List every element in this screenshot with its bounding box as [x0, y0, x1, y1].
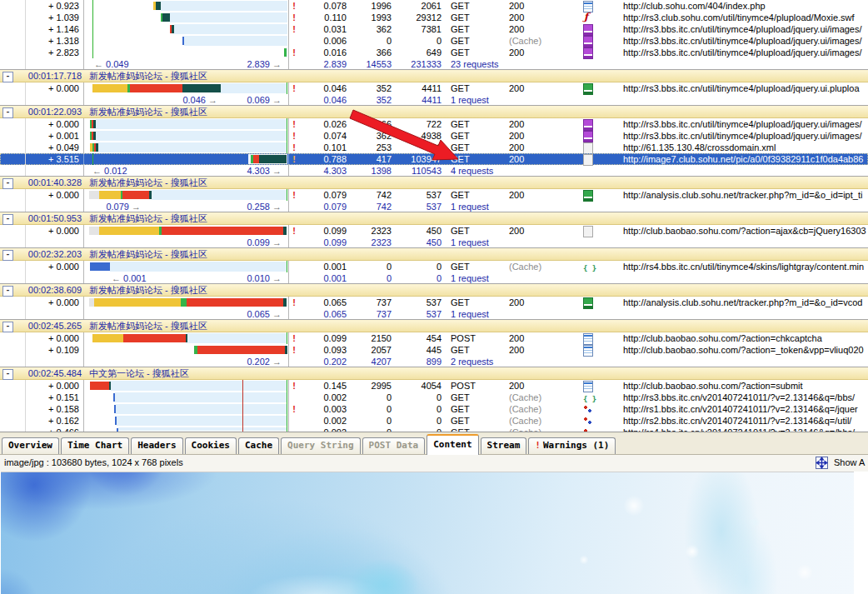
request-row[interactable]: + 3.515!0.788417103947GET200http://image…	[0, 153, 868, 165]
total-time: 0.001	[297, 272, 347, 284]
request-row[interactable]: + 0.000!0.0992323450GET200http://club.ba…	[0, 225, 868, 237]
http-result: 200	[509, 0, 580, 12]
request-row[interactable]: + 1.146!0.0313627381GET200http://rs3.bbs…	[0, 23, 868, 35]
page-event-line	[287, 261, 287, 272]
img-green-icon	[583, 297, 593, 309]
content-info-bar: image/jpg : 103680 bytes, 1024 x 768 pix…	[0, 455, 868, 472]
group-header-row[interactable]: -00:02:45.265新发帖准妈妈论坛 - 搜狐社区	[0, 320, 868, 332]
request-url[interactable]: http://rs2.bbs.itc.cn/v201407241011/?v=2…	[623, 415, 868, 427]
request-url[interactable]: http://rs3.club.sohu.com/util/tinymce4/p…	[623, 12, 868, 23]
tab-content[interactable]: Content	[427, 434, 478, 455]
request-url[interactable]: http://club.baobao.sohu.com/?action=ajax…	[623, 225, 868, 237]
request-url[interactable]: http://image7.club.sohu.net/pic/a0/0f393…	[623, 153, 868, 165]
group-header-row[interactable]: -00:02:45.484中文第一论坛 - 搜狐社区	[0, 367, 868, 380]
total-time: 0.079	[297, 201, 347, 212]
group-start-time: 00:01:17.718	[0, 70, 82, 82]
request-row[interactable]: + 0.000!0.0992150454POST200http://club.b…	[0, 332, 868, 344]
sent-bytes: 352	[348, 82, 392, 94]
request-row[interactable]: + 1.039!0.110199329312GET200http://rs3.c…	[0, 12, 868, 23]
timing-bar-segment	[90, 262, 110, 271]
tab-post-data[interactable]: POST Data	[362, 437, 426, 454]
show-all-button[interactable]: Show A	[834, 457, 865, 467]
time-value: 0.016	[297, 47, 347, 58]
group-header-row[interactable]: -00:01:40.328新发帖准妈妈论坛 - 搜狐社区	[0, 177, 868, 189]
tab-time-chart[interactable]: Time Chart	[61, 437, 129, 454]
group-header-row[interactable]: -00:02:38.609新发帖准妈妈论坛 - 搜狐社区	[0, 284, 868, 297]
timing-bar-segment	[93, 120, 96, 128]
request-url[interactable]: http://rs3.bbs.itc.cn/v201407241011/?v=2…	[623, 392, 868, 403]
time-offset: + 0.000	[0, 225, 79, 237]
request-url[interactable]: http://rs3.bbs.itc.cn/util/tinymce4/plup…	[623, 130, 868, 142]
http-method: GET	[451, 142, 505, 153]
total-received: 899	[393, 356, 441, 367]
request-url[interactable]: http://rs3.bbs.itc.cn/util/tinymce4/plup…	[623, 23, 868, 35]
tab-query-string[interactable]: Query String	[281, 437, 360, 454]
request-row[interactable]: + 0.1510.00200GET(Cache)http://rs3.bbs.i…	[0, 392, 868, 403]
request-row[interactable]: + 0.000!0.079742537GET200http://analysis…	[0, 189, 868, 201]
time-offset: + 0.000	[0, 118, 79, 130]
request-url[interactable]: http://rs3.bbs.itc.cn/util/tinymce4/plup…	[623, 118, 868, 130]
tab-stream[interactable]: Stream	[481, 437, 527, 454]
summary-row: 0.046 →0.069 →0.04635244111 request	[0, 94, 868, 106]
total-received: 0	[393, 272, 441, 284]
summary-row: ← 0.0010.010 →0.001001 request	[0, 272, 868, 284]
group-start-time: 00:02:45.484	[0, 367, 82, 380]
request-row[interactable]: + 0.109!0.0932057445GET200http://club.ba…	[0, 344, 868, 356]
page-gray-icon	[583, 142, 593, 154]
request-row[interactable]: + 0.923!0.07819962061GET200http://club.s…	[0, 0, 868, 12]
tab-overview[interactable]: Overview	[2, 437, 59, 454]
time-value: 0.001	[297, 261, 347, 272]
total-received: 4411	[393, 94, 441, 106]
request-url[interactable]: http://rs1.bbs.itc.cn/v201407241011/?v=2…	[623, 403, 868, 415]
request-url[interactable]: http://61.135.130.48/crossdomain.xml	[623, 142, 868, 153]
tab-headers[interactable]: Headers	[131, 437, 182, 454]
request-row[interactable]: + 0.000!0.026366722GET200http://rs3.bbs.…	[0, 118, 868, 130]
timing-bar-segment	[123, 334, 186, 342]
request-url[interactable]: http://club.baobao.sohu.com/?action=subm…	[623, 380, 868, 392]
time-offset: + 0.000	[0, 261, 79, 272]
sent-bytes: 362	[348, 130, 392, 142]
request-row[interactable]: + 0.000!0.065737537GET200http://analysis…	[0, 297, 868, 308]
tab-cache[interactable]: Cache	[238, 437, 279, 454]
tab-cookies[interactable]: Cookies	[185, 437, 237, 454]
http-result: 200	[509, 225, 580, 237]
request-row[interactable]: + 2.823!0.016366649GET200http://rs3.bbs.…	[0, 47, 868, 58]
total-sent: 14553	[348, 58, 392, 70]
request-row[interactable]: + 0.000!0.14529954054POST200http://club.…	[0, 380, 868, 392]
time-value: 0.046	[297, 82, 347, 94]
group-header-row[interactable]: -00:01:22.093新发帖准妈妈论坛 - 搜狐社区	[0, 106, 868, 118]
request-url[interactable]: http://analysis.club.sohu.net/tracker.ph…	[623, 189, 868, 201]
request-row[interactable]: + 1.3180.00600GET(Cache)http://rs3.bbs.i…	[0, 35, 868, 47]
group-header-row[interactable]: -00:01:17.718新发帖准妈妈论坛 - 搜狐社区	[0, 70, 868, 82]
request-row[interactable]: + 0.049!0.101253936GET200http://61.135.1…	[0, 142, 868, 153]
request-row[interactable]: + 0.001!0.0743624938GET200http://rs3.bbs…	[0, 130, 868, 142]
received-bytes: 649	[393, 47, 441, 58]
page-event-line	[287, 189, 287, 201]
received-bytes: 0	[393, 415, 441, 427]
request-url[interactable]: http://club.sohu.com/404/index.php	[623, 0, 868, 12]
request-url[interactable]: http://rs3.bbs.itc.cn/util/tinymce4/plup…	[623, 47, 868, 58]
group-header-row[interactable]: -00:02:32.203新发帖准妈妈论坛 - 搜狐社区	[0, 248, 868, 261]
request-row[interactable]: + 0.158!0.00300GET(Cache)http://rs1.bbs.…	[0, 403, 868, 415]
timing-bar-segment	[187, 298, 283, 307]
request-url[interactable]: http://rs3.bbs.itc.cn/util/tinymce4/plup…	[623, 35, 868, 47]
request-url[interactable]: http://club.baobao.sohu.com/?action=_tok…	[623, 344, 868, 356]
summary-row: 0.065 →0.0657375371 request	[0, 308, 868, 320]
http-result: 200	[509, 297, 580, 308]
http-result: 200	[509, 189, 580, 201]
tab-label: Query String	[287, 440, 353, 451]
page-event-line	[92, 35, 93, 47]
http-method: GET	[451, 47, 505, 58]
time-offset: + 0.151	[0, 392, 79, 403]
request-row[interactable]: + 0.0000.00100GET(Cache)http://rs4.bbs.i…	[0, 261, 868, 272]
request-row[interactable]: + 0.1620.00200GET(Cache)http://rs2.bbs.i…	[0, 415, 868, 427]
timing-bar-segment	[94, 298, 181, 307]
tab-warnings-1[interactable]: !Warnings (1)	[528, 437, 616, 454]
request-url[interactable]: http://analysis.club.sohu.net/tracker.ph…	[623, 297, 868, 308]
group-header-row[interactable]: -00:01:50.953新发帖准妈妈论坛 - 搜狐社区	[0, 212, 868, 225]
pan-image-icon[interactable]	[816, 457, 828, 469]
request-url[interactable]: http://club.baobao.sohu.com/?action=chkc…	[623, 332, 868, 344]
request-row[interactable]: + 0.000!0.0463524411GET200http://rs3.bbs…	[0, 82, 868, 94]
request-url[interactable]: http://rs3.bbs.itc.cn/util/tinymce4/plup…	[623, 82, 868, 94]
request-url[interactable]: http://rs4.bbs.itc.cn/util/tinymce4/skin…	[623, 261, 868, 272]
